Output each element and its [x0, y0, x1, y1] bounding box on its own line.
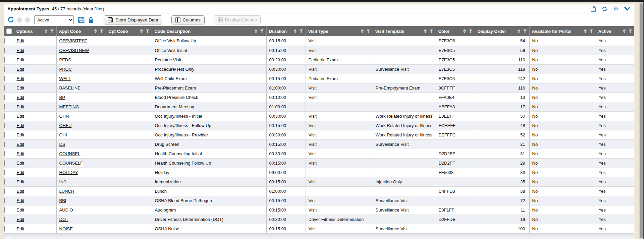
appt-code-link[interactable]: AUDIO: [59, 207, 73, 213]
row-checkbox[interactable]: [4, 66, 5, 72]
filter-icon[interactable]: [100, 29, 104, 33]
row-checkbox[interactable]: [4, 198, 5, 203]
column-header-options[interactable]: Options: [14, 26, 56, 36]
edit-link[interactable]: Edit: [17, 114, 24, 119]
column-header-portal[interactable]: Available for Portal: [529, 26, 596, 36]
appt-code-link[interactable]: WELL: [59, 76, 71, 81]
filter-icon[interactable]: [590, 29, 593, 33]
row-checkbox[interactable]: [4, 76, 5, 81]
edit-link[interactable]: Edit: [17, 207, 24, 213]
edit-link[interactable]: Edit: [17, 142, 24, 147]
row-checkbox[interactable]: [4, 217, 5, 222]
column-header-color[interactable]: Color: [436, 26, 475, 36]
edit-link[interactable]: Edit: [17, 76, 24, 81]
edit-link[interactable]: Edit: [17, 48, 24, 53]
appt-code-link[interactable]: OHFU: [59, 123, 72, 128]
edit-link[interactable]: Edit: [17, 161, 24, 166]
edit-link[interactable]: Edit: [17, 179, 24, 184]
appt-code-link[interactable]: BP: [59, 95, 65, 100]
edit-link[interactable]: Edit: [17, 189, 24, 194]
filter-icon[interactable]: [300, 29, 303, 33]
new-document-icon[interactable]: [590, 5, 596, 12]
edit-link[interactable]: Edit: [17, 170, 24, 175]
sort-icon[interactable]: [623, 29, 626, 33]
row-checkbox[interactable]: [4, 85, 5, 91]
appt-code-link[interactable]: NOISE: [59, 226, 73, 231]
lock-icon[interactable]: [87, 16, 95, 23]
sort-icon[interactable]: [94, 29, 97, 33]
sort-icon[interactable]: [518, 29, 520, 33]
filter-icon[interactable]: [629, 29, 632, 33]
row-checkbox[interactable]: [4, 104, 5, 110]
row-checkbox[interactable]: [4, 123, 5, 128]
appt-code-link[interactable]: OFFVISITNEW: [59, 48, 89, 53]
vertical-scrollbar[interactable]: [639, 2, 643, 239]
clear-filter-link[interactable]: clear filter: [84, 6, 103, 11]
column-header-appt_code[interactable]: Appt Code: [56, 26, 106, 36]
gear-icon[interactable]: ⚙: [612, 5, 619, 12]
appt-code-link[interactable]: BASELINE: [59, 85, 81, 91]
sort-icon[interactable]: [584, 29, 587, 33]
column-header-duration[interactable]: Duration: [266, 26, 306, 36]
column-header-description[interactable]: Code Description: [152, 26, 266, 36]
row-checkbox[interactable]: [4, 179, 5, 185]
filter-icon[interactable]: [523, 29, 527, 33]
sort-icon[interactable]: [140, 29, 143, 33]
filter-icon[interactable]: [367, 29, 370, 33]
edit-link[interactable]: Edit: [17, 123, 24, 128]
filter-icon[interactable]: [146, 29, 150, 33]
store-displayed-data-button[interactable]: Store Displayed Data: [104, 15, 162, 24]
row-checkbox[interactable]: [4, 141, 5, 147]
sort-icon[interactable]: [255, 29, 257, 33]
appt-code-link[interactable]: COUNSELF: [59, 161, 83, 166]
undo-icon[interactable]: [7, 16, 14, 23]
row-checkbox[interactable]: [4, 160, 5, 166]
chevron-right-icon[interactable]: ›: [25, 17, 31, 23]
appt-code-link[interactable]: DS: [59, 142, 65, 147]
row-checkbox[interactable]: [4, 226, 5, 232]
appt-code-link[interactable]: OHI: [59, 132, 67, 137]
sort-icon[interactable]: [294, 29, 297, 33]
appt-code-link[interactable]: COUNSEL: [59, 151, 80, 156]
row-checkbox[interactable]: [4, 48, 5, 53]
row-checkbox[interactable]: [4, 188, 5, 194]
sort-icon[interactable]: [45, 29, 47, 33]
edit-link[interactable]: Edit: [17, 38, 24, 43]
filter-icon[interactable]: [260, 29, 264, 33]
select-all-header[interactable]: [4, 26, 14, 36]
row-checkbox[interactable]: [4, 207, 5, 213]
appt-code-link[interactable]: HOLIDAY: [59, 170, 78, 175]
filter-icon[interactable]: [50, 29, 54, 33]
row-checkbox[interactable]: [4, 95, 5, 100]
edit-link[interactable]: Edit: [17, 151, 24, 156]
scrollbar-thumb[interactable]: [640, 3, 643, 238]
row-checkbox[interactable]: [7, 238, 12, 239]
edit-link[interactable]: Edit: [17, 104, 24, 109]
appt-code-link[interactable]: INJ: [59, 179, 66, 184]
row-checkbox[interactable]: [4, 38, 5, 44]
refresh-icon[interactable]: [601, 5, 608, 12]
edit-link[interactable]: Edit: [17, 57, 24, 62]
column-header-visit_template[interactable]: Visit Template: [373, 26, 436, 36]
view-filter-select[interactable]: Active: [34, 15, 74, 24]
row-checkbox[interactable]: [4, 170, 5, 175]
filter-icon[interactable]: [469, 29, 473, 33]
appt-code-link[interactable]: DOT: [59, 217, 68, 222]
floppy-save-view-icon[interactable]: [77, 16, 85, 23]
row-checkbox[interactable]: [4, 151, 5, 157]
sort-icon[interactable]: [424, 29, 427, 33]
column-header-cpt_code[interactable]: Cpt Code: [106, 26, 152, 36]
column-header-visit_type[interactable]: Visit Type: [306, 26, 373, 36]
appt-code-link[interactable]: PROC: [59, 67, 72, 72]
columns-button[interactable]: Columns: [171, 15, 205, 24]
appt-code-link[interactable]: BBI: [59, 198, 66, 203]
edit-link[interactable]: Edit: [17, 85, 24, 91]
edit-link[interactable]: Edit: [17, 132, 24, 137]
column-header-display_order[interactable]: Display Order: [475, 26, 529, 36]
appt-code-link[interactable]: OFFVISITEST: [59, 38, 88, 43]
filter-icon[interactable]: [430, 29, 433, 33]
appt-code-link[interactable]: PEDS: [59, 57, 71, 62]
edit-link[interactable]: Edit: [17, 226, 24, 231]
appt-code-link[interactable]: MEETING: [59, 104, 79, 109]
appt-code-link[interactable]: OHN: [59, 114, 69, 119]
